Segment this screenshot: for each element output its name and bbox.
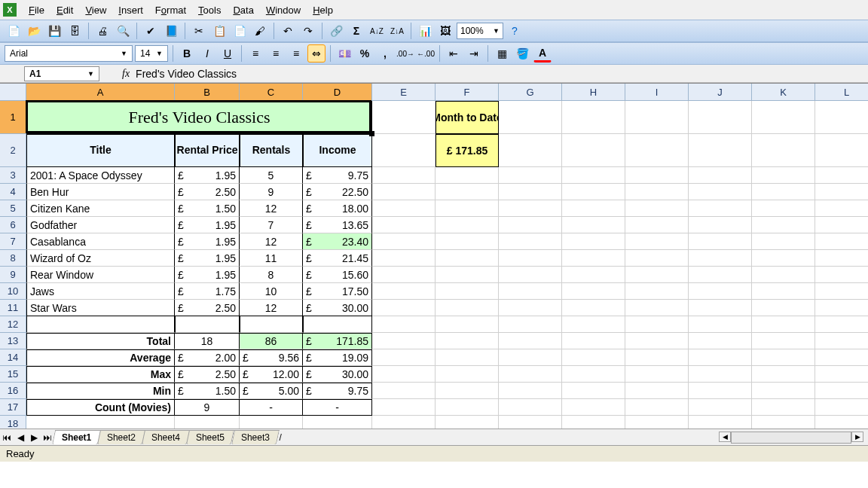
cell-rentals[interactable]: 12 [240,233,303,250]
cell-empty[interactable] [436,267,499,283]
cell-empty[interactable] [752,101,815,134]
cell-empty[interactable] [625,316,689,333]
cell-empty[interactable] [562,383,625,399]
cell-empty[interactable] [752,167,815,184]
month-to-date-value[interactable]: £ 171.85 [436,134,499,167]
cell-empty[interactable] [436,333,499,349]
cell-empty[interactable] [499,134,562,167]
cell-empty[interactable] [436,316,499,333]
cell-empty[interactable] [752,283,815,300]
sheet-tab-sheet1[interactable]: Sheet1 [52,430,101,444]
cell-empty[interactable] [499,200,562,217]
cell-title[interactable]: Star Wars [26,300,175,316]
cell-empty[interactable] [175,416,240,429]
cell-empty[interactable] [436,366,499,383]
cell-empty[interactable] [372,233,436,250]
cell-empty[interactable] [625,366,689,383]
cell-title[interactable]: Casablanca [26,233,175,250]
currency-icon[interactable]: 💷 [335,44,353,63]
cell-empty[interactable] [815,366,868,383]
cell-empty[interactable] [815,101,868,134]
chart-icon[interactable]: 📊 [416,22,434,40]
sheet-tab-sheet5[interactable]: Sheet5 [186,430,234,444]
col-header-I[interactable]: I [625,84,689,101]
cell-empty[interactable] [372,333,436,349]
cell-rentals[interactable]: 9 [240,184,303,200]
percent-icon[interactable]: % [356,44,374,63]
cell-empty[interactable] [689,300,752,316]
cell-empty[interactable] [815,283,868,300]
cell-title[interactable]: Ben Hur [26,184,175,200]
cell-empty[interactable] [562,366,625,383]
cells-area[interactable]: Fred's Video ClassicsMonth to DateTitleR… [26,101,868,429]
row-header-8[interactable]: 8 [0,250,26,267]
cell-empty[interactable] [752,200,815,217]
chevron-down-icon[interactable]: ▼ [156,50,163,57]
cell-title[interactable]: Citizen Kane [26,200,175,217]
new-doc-icon[interactable]: 📄 [5,22,23,40]
col-header-K[interactable]: K [752,84,815,101]
cell-empty[interactable] [689,101,752,134]
cell-empty[interactable] [499,184,562,200]
cell-empty[interactable] [436,399,499,416]
cell-empty[interactable] [240,316,303,333]
summary-b[interactable]: £2.00 [175,349,240,366]
hscroll-left-icon[interactable]: ◀ [719,432,731,442]
cell-empty[interactable] [752,184,815,200]
cell-empty[interactable] [752,383,815,399]
col-header-L[interactable]: L [815,84,868,101]
cell-empty[interactable] [752,300,815,316]
cell-empty[interactable] [752,217,815,233]
cell-empty[interactable] [562,283,625,300]
cell-rentals[interactable]: 11 [240,250,303,267]
cell-empty[interactable] [499,167,562,184]
summary-label[interactable]: Average [26,349,175,366]
cell-empty[interactable] [499,250,562,267]
cell-empty[interactable] [372,200,436,217]
cell-empty[interactable] [436,167,499,184]
cell-empty[interactable] [372,217,436,233]
align-center-icon[interactable]: ≡ [267,44,285,63]
summary-d[interactable]: £19.09 [303,349,372,366]
summary-label[interactable]: Count (Movies) [26,399,175,416]
cell-empty[interactable] [499,101,562,134]
cell-empty[interactable] [372,250,436,267]
name-box[interactable]: A1 ▼ [24,66,99,81]
cell-empty[interactable] [372,349,436,366]
cell-empty[interactable] [815,416,868,429]
cell-empty[interactable] [689,217,752,233]
bold-icon[interactable]: B [178,44,196,63]
cell-price[interactable]: £1.95 [175,250,240,267]
summary-d[interactable]: - [303,399,372,416]
cell-empty[interactable] [562,300,625,316]
cell-price[interactable]: £2.50 [175,300,240,316]
cell-empty[interactable] [436,233,499,250]
row-header-15[interactable]: 15 [0,366,26,383]
cell-empty[interactable] [562,267,625,283]
cell-empty[interactable] [689,250,752,267]
cell-empty[interactable] [499,333,562,349]
summary-b[interactable]: 18 [175,333,240,349]
copy-icon[interactable]: 📋 [210,22,228,40]
col-header-D[interactable]: D [303,84,372,101]
increase-indent-icon[interactable]: ⇥ [465,44,483,63]
row-header-1[interactable]: 1 [0,101,26,134]
cell-empty[interactable] [562,134,625,167]
chevron-down-icon[interactable]: ▼ [87,70,94,78]
chevron-down-icon[interactable]: ▼ [493,27,500,35]
cell-title[interactable]: Wizard of Oz [26,250,175,267]
cell-empty[interactable] [625,167,689,184]
redo-icon[interactable]: ↷ [299,22,317,40]
cell-empty[interactable] [625,217,689,233]
cell-income[interactable]: £18.00 [303,200,372,217]
cell-income[interactable]: £17.50 [303,283,372,300]
cell-title[interactable]: Rear Window [26,267,175,283]
cell-empty[interactable] [625,349,689,366]
cell-rentals[interactable]: 5 [240,167,303,184]
select-all-corner[interactable] [0,84,26,101]
cell-empty[interactable] [562,316,625,333]
save-all-icon[interactable]: 🗄 [66,22,84,40]
summary-d[interactable]: £171.85 [303,333,372,349]
cell-empty[interactable] [689,200,752,217]
cell-empty[interactable] [562,233,625,250]
